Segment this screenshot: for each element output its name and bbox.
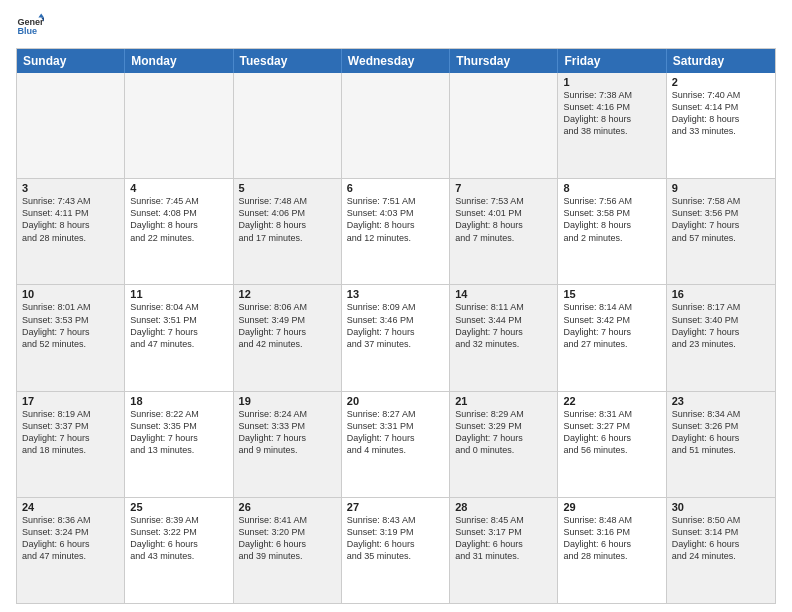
calendar-cell-3-6: 23Sunrise: 8:34 AM Sunset: 3:26 PM Dayli… bbox=[667, 392, 775, 497]
day-number: 22 bbox=[563, 395, 660, 407]
calendar-cell-2-1: 11Sunrise: 8:04 AM Sunset: 3:51 PM Dayli… bbox=[125, 285, 233, 390]
day-info: Sunrise: 8:41 AM Sunset: 3:20 PM Dayligh… bbox=[239, 514, 336, 563]
calendar-header: SundayMondayTuesdayWednesdayThursdayFrid… bbox=[17, 49, 775, 73]
day-number: 28 bbox=[455, 501, 552, 513]
calendar-cell-2-4: 14Sunrise: 8:11 AM Sunset: 3:44 PM Dayli… bbox=[450, 285, 558, 390]
day-number: 3 bbox=[22, 182, 119, 194]
day-info: Sunrise: 7:53 AM Sunset: 4:01 PM Dayligh… bbox=[455, 195, 552, 244]
calendar-cell-0-4 bbox=[450, 73, 558, 178]
calendar-cell-4-1: 25Sunrise: 8:39 AM Sunset: 3:22 PM Dayli… bbox=[125, 498, 233, 603]
svg-text:Blue: Blue bbox=[17, 26, 37, 36]
day-number: 8 bbox=[563, 182, 660, 194]
calendar-header-tuesday: Tuesday bbox=[234, 49, 342, 73]
day-info: Sunrise: 8:24 AM Sunset: 3:33 PM Dayligh… bbox=[239, 408, 336, 457]
calendar-header-monday: Monday bbox=[125, 49, 233, 73]
day-info: Sunrise: 7:51 AM Sunset: 4:03 PM Dayligh… bbox=[347, 195, 444, 244]
logo-icon: General Blue bbox=[16, 12, 44, 40]
day-info: Sunrise: 8:04 AM Sunset: 3:51 PM Dayligh… bbox=[130, 301, 227, 350]
day-number: 5 bbox=[239, 182, 336, 194]
day-number: 1 bbox=[563, 76, 660, 88]
calendar-cell-0-0 bbox=[17, 73, 125, 178]
calendar-row-1: 3Sunrise: 7:43 AM Sunset: 4:11 PM Daylig… bbox=[17, 178, 775, 284]
calendar-header-sunday: Sunday bbox=[17, 49, 125, 73]
day-number: 9 bbox=[672, 182, 770, 194]
day-info: Sunrise: 8:14 AM Sunset: 3:42 PM Dayligh… bbox=[563, 301, 660, 350]
svg-text:General: General bbox=[17, 17, 44, 27]
header: General Blue bbox=[16, 12, 776, 40]
day-info: Sunrise: 8:19 AM Sunset: 3:37 PM Dayligh… bbox=[22, 408, 119, 457]
day-info: Sunrise: 8:39 AM Sunset: 3:22 PM Dayligh… bbox=[130, 514, 227, 563]
calendar-header-wednesday: Wednesday bbox=[342, 49, 450, 73]
day-info: Sunrise: 8:43 AM Sunset: 3:19 PM Dayligh… bbox=[347, 514, 444, 563]
calendar-cell-3-3: 20Sunrise: 8:27 AM Sunset: 3:31 PM Dayli… bbox=[342, 392, 450, 497]
calendar-cell-4-3: 27Sunrise: 8:43 AM Sunset: 3:19 PM Dayli… bbox=[342, 498, 450, 603]
calendar-row-2: 10Sunrise: 8:01 AM Sunset: 3:53 PM Dayli… bbox=[17, 284, 775, 390]
calendar-row-0: 1Sunrise: 7:38 AM Sunset: 4:16 PM Daylig… bbox=[17, 73, 775, 178]
day-info: Sunrise: 7:45 AM Sunset: 4:08 PM Dayligh… bbox=[130, 195, 227, 244]
day-number: 12 bbox=[239, 288, 336, 300]
day-number: 17 bbox=[22, 395, 119, 407]
calendar-cell-3-5: 22Sunrise: 8:31 AM Sunset: 3:27 PM Dayli… bbox=[558, 392, 666, 497]
calendar-cell-4-0: 24Sunrise: 8:36 AM Sunset: 3:24 PM Dayli… bbox=[17, 498, 125, 603]
day-info: Sunrise: 7:56 AM Sunset: 3:58 PM Dayligh… bbox=[563, 195, 660, 244]
day-number: 25 bbox=[130, 501, 227, 513]
logo: General Blue bbox=[16, 12, 48, 40]
calendar-cell-1-6: 9Sunrise: 7:58 AM Sunset: 3:56 PM Daylig… bbox=[667, 179, 775, 284]
calendar-cell-2-0: 10Sunrise: 8:01 AM Sunset: 3:53 PM Dayli… bbox=[17, 285, 125, 390]
day-info: Sunrise: 7:58 AM Sunset: 3:56 PM Dayligh… bbox=[672, 195, 770, 244]
calendar-cell-0-5: 1Sunrise: 7:38 AM Sunset: 4:16 PM Daylig… bbox=[558, 73, 666, 178]
day-number: 13 bbox=[347, 288, 444, 300]
calendar-cell-0-3 bbox=[342, 73, 450, 178]
day-info: Sunrise: 8:22 AM Sunset: 3:35 PM Dayligh… bbox=[130, 408, 227, 457]
day-number: 14 bbox=[455, 288, 552, 300]
calendar-cell-3-4: 21Sunrise: 8:29 AM Sunset: 3:29 PM Dayli… bbox=[450, 392, 558, 497]
day-number: 6 bbox=[347, 182, 444, 194]
day-info: Sunrise: 8:27 AM Sunset: 3:31 PM Dayligh… bbox=[347, 408, 444, 457]
day-info: Sunrise: 8:17 AM Sunset: 3:40 PM Dayligh… bbox=[672, 301, 770, 350]
day-number: 4 bbox=[130, 182, 227, 194]
day-number: 19 bbox=[239, 395, 336, 407]
calendar-cell-2-6: 16Sunrise: 8:17 AM Sunset: 3:40 PM Dayli… bbox=[667, 285, 775, 390]
calendar-header-saturday: Saturday bbox=[667, 49, 775, 73]
calendar-row-4: 24Sunrise: 8:36 AM Sunset: 3:24 PM Dayli… bbox=[17, 497, 775, 603]
calendar-cell-0-2 bbox=[234, 73, 342, 178]
day-info: Sunrise: 8:31 AM Sunset: 3:27 PM Dayligh… bbox=[563, 408, 660, 457]
calendar-cell-4-6: 30Sunrise: 8:50 AM Sunset: 3:14 PM Dayli… bbox=[667, 498, 775, 603]
day-number: 16 bbox=[672, 288, 770, 300]
day-number: 18 bbox=[130, 395, 227, 407]
day-number: 26 bbox=[239, 501, 336, 513]
day-number: 29 bbox=[563, 501, 660, 513]
day-info: Sunrise: 8:50 AM Sunset: 3:14 PM Dayligh… bbox=[672, 514, 770, 563]
day-number: 21 bbox=[455, 395, 552, 407]
day-info: Sunrise: 7:40 AM Sunset: 4:14 PM Dayligh… bbox=[672, 89, 770, 138]
calendar-body: 1Sunrise: 7:38 AM Sunset: 4:16 PM Daylig… bbox=[17, 73, 775, 603]
day-info: Sunrise: 8:06 AM Sunset: 3:49 PM Dayligh… bbox=[239, 301, 336, 350]
calendar-cell-1-5: 8Sunrise: 7:56 AM Sunset: 3:58 PM Daylig… bbox=[558, 179, 666, 284]
day-info: Sunrise: 7:38 AM Sunset: 4:16 PM Dayligh… bbox=[563, 89, 660, 138]
calendar-cell-4-2: 26Sunrise: 8:41 AM Sunset: 3:20 PM Dayli… bbox=[234, 498, 342, 603]
calendar-cell-3-2: 19Sunrise: 8:24 AM Sunset: 3:33 PM Dayli… bbox=[234, 392, 342, 497]
calendar-cell-1-3: 6Sunrise: 7:51 AM Sunset: 4:03 PM Daylig… bbox=[342, 179, 450, 284]
day-info: Sunrise: 8:45 AM Sunset: 3:17 PM Dayligh… bbox=[455, 514, 552, 563]
calendar-cell-4-5: 29Sunrise: 8:48 AM Sunset: 3:16 PM Dayli… bbox=[558, 498, 666, 603]
day-number: 10 bbox=[22, 288, 119, 300]
calendar-cell-1-4: 7Sunrise: 7:53 AM Sunset: 4:01 PM Daylig… bbox=[450, 179, 558, 284]
day-number: 15 bbox=[563, 288, 660, 300]
day-number: 27 bbox=[347, 501, 444, 513]
day-info: Sunrise: 8:11 AM Sunset: 3:44 PM Dayligh… bbox=[455, 301, 552, 350]
calendar-cell-2-2: 12Sunrise: 8:06 AM Sunset: 3:49 PM Dayli… bbox=[234, 285, 342, 390]
day-number: 2 bbox=[672, 76, 770, 88]
calendar-cell-4-4: 28Sunrise: 8:45 AM Sunset: 3:17 PM Dayli… bbox=[450, 498, 558, 603]
day-info: Sunrise: 7:43 AM Sunset: 4:11 PM Dayligh… bbox=[22, 195, 119, 244]
day-info: Sunrise: 7:48 AM Sunset: 4:06 PM Dayligh… bbox=[239, 195, 336, 244]
calendar-cell-1-1: 4Sunrise: 7:45 AM Sunset: 4:08 PM Daylig… bbox=[125, 179, 233, 284]
day-info: Sunrise: 8:48 AM Sunset: 3:16 PM Dayligh… bbox=[563, 514, 660, 563]
calendar-cell-0-1 bbox=[125, 73, 233, 178]
day-number: 23 bbox=[672, 395, 770, 407]
calendar-cell-2-3: 13Sunrise: 8:09 AM Sunset: 3:46 PM Dayli… bbox=[342, 285, 450, 390]
day-info: Sunrise: 8:29 AM Sunset: 3:29 PM Dayligh… bbox=[455, 408, 552, 457]
calendar-header-friday: Friday bbox=[558, 49, 666, 73]
page: General Blue SundayMondayTuesdayWednesda… bbox=[0, 0, 792, 612]
calendar-header-thursday: Thursday bbox=[450, 49, 558, 73]
day-number: 11 bbox=[130, 288, 227, 300]
